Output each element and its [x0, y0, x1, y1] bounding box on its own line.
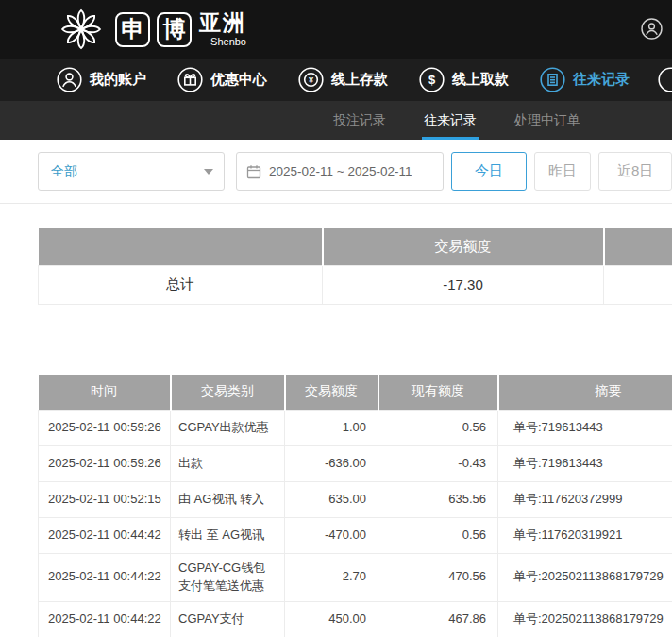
cell-time: 2025-02-11 00:59:26 — [39, 446, 171, 482]
calendar-icon — [246, 164, 261, 179]
nav-label: 线上取款 — [452, 71, 509, 89]
table-row: 2025-02-11 00:44:42 转出 至 AG视讯 -470.00 0.… — [39, 518, 672, 554]
cell-type: 转出 至 AG视讯 — [171, 518, 285, 554]
brand-char-shen: 申 — [115, 12, 150, 47]
cell-balance: 0.56 — [378, 411, 498, 446]
records-document-icon — [540, 67, 565, 92]
summary-total-cut — [604, 265, 672, 304]
nav-item-deposit[interactable]: ¥ 线上存款 — [298, 67, 388, 92]
today-button[interactable]: 今日 — [451, 152, 527, 191]
cell-time: 2025-02-11 00:44:22 — [39, 554, 171, 602]
cell-balance: 635.56 — [378, 482, 498, 518]
sub-navigation-tabs: 投注记录 往来记录 处理中订单 — [331, 101, 582, 140]
cell-memo: 单号:719613443 — [498, 411, 672, 446]
header-memo: 摘要 — [498, 375, 672, 411]
account-user-icon[interactable] — [641, 18, 663, 43]
flower-logo-icon — [57, 5, 106, 54]
brand-region: 亚洲 Shenbo — [199, 11, 246, 46]
nav-label: 我的账户 — [90, 71, 146, 89]
table-row: 2025-02-11 00:59:26 出款 -636.00 -0.43 单号:… — [39, 446, 672, 482]
svg-text:¥: ¥ — [309, 75, 313, 85]
cell-amount: -470.00 — [285, 518, 378, 554]
summary-header-amount: 交易额度 — [323, 228, 604, 265]
user-icon — [57, 67, 82, 92]
nav-item-withdraw[interactable]: $ 线上取款 — [419, 67, 509, 92]
transactions-table: 时间 交易类别 交易额度 现有额度 摘要 2025-02-11 00:59:26… — [38, 375, 672, 637]
cell-memo: 单号:202502113868179729 — [498, 601, 672, 637]
last-8-days-button[interactable]: 近8日 — [598, 152, 672, 191]
cell-type: CGPAY出款优惠 — [171, 411, 285, 446]
tab-transaction-records[interactable]: 往来记录 — [422, 101, 479, 140]
cell-memo: 单号:117620372999 — [498, 482, 672, 518]
top-bar: 申 博 亚洲 Shenbo — [0, 0, 672, 59]
nav-label: 往来记录 — [573, 71, 630, 89]
table-row: 2025-02-11 00:44:22 CGPAY支付 450.00 467.8… — [39, 601, 672, 637]
sub-navigation: 投注记录 往来记录 处理中订单 — [0, 101, 672, 140]
cell-amount: 450.00 — [285, 601, 378, 637]
section-divider — [0, 203, 672, 204]
table-row: 2025-02-11 00:52:15 由 AG视讯 转入 635.00 635… — [39, 482, 672, 518]
summary-header-row: 交易额度 — [39, 228, 672, 265]
summary-header-cut — [604, 228, 672, 265]
cell-type: CGPAY-CG钱包支付笔笔送优惠 — [171, 554, 285, 602]
table-header-row: 时间 交易类别 交易额度 现有额度 摘要 — [39, 375, 672, 411]
cell-time: 2025-02-11 00:44:42 — [39, 518, 171, 554]
summary-header-empty — [39, 228, 323, 265]
main-navigation: 我的账户 优惠中心 ¥ 线上存款 $ — [0, 59, 672, 101]
header-type: 交易类别 — [171, 375, 285, 411]
chevron-down-icon — [204, 169, 213, 175]
cell-balance: 0.56 — [378, 518, 498, 554]
header-time: 时间 — [39, 375, 171, 411]
brand-region-text: 亚洲 — [199, 11, 246, 35]
header-balance: 现有额度 — [378, 375, 498, 411]
nav-item-promotions[interactable]: 优惠中心 — [177, 67, 267, 92]
date-range-value: 2025-02-11 ~ 2025-02-11 — [269, 164, 412, 178]
cell-type: CGPAY支付 — [171, 601, 285, 637]
nav-item-transactions[interactable]: 往来记录 — [540, 67, 630, 92]
summary-total-label: 总计 — [39, 265, 323, 304]
cell-balance: -0.43 — [378, 446, 498, 482]
summary-table: 交易额度 总计 -17.30 — [38, 228, 672, 305]
summary-total-row: 总计 -17.30 — [39, 265, 672, 304]
cell-time: 2025-02-11 00:52:15 — [39, 482, 171, 518]
cell-amount: 1.00 — [285, 411, 378, 446]
header-amount: 交易额度 — [285, 375, 378, 411]
table-row: 2025-02-11 00:59:26 CGPAY出款优惠 1.00 0.56 … — [39, 411, 672, 446]
cell-memo: 单号:202502113868179729 — [498, 554, 672, 602]
nav-label: 优惠中心 — [210, 71, 267, 89]
nav-item-partial-icon[interactable] — [658, 67, 672, 96]
type-filter-select[interactable]: 全部 — [38, 152, 225, 191]
yesterday-button[interactable]: 昨日 — [534, 152, 591, 191]
cell-time: 2025-02-11 00:59:26 — [39, 411, 171, 446]
cell-amount: -636.00 — [285, 446, 378, 482]
nav-item-my-account[interactable]: 我的账户 — [57, 67, 146, 92]
brand-logo[interactable]: 申 博 亚洲 Shenbo — [57, 5, 246, 54]
cell-amount: 2.70 — [285, 554, 378, 602]
cell-balance: 470.56 — [378, 554, 498, 602]
summary-total-value: -17.30 — [323, 265, 604, 304]
cell-type: 由 AG视讯 转入 — [171, 482, 285, 518]
deposit-coin-icon: ¥ — [298, 67, 324, 92]
cell-time: 2025-02-11 00:44:22 — [39, 601, 171, 637]
svg-text:$: $ — [428, 73, 436, 87]
gift-icon — [177, 67, 203, 92]
filter-bar: 全部 2025-02-11 ~ 2025-02-11 今日 昨日 近8日 — [38, 152, 672, 191]
brand-char-bo: 博 — [157, 12, 192, 47]
brand-subtitle: Shenbo — [199, 36, 246, 47]
cell-type: 出款 — [171, 446, 285, 482]
table-row: 2025-02-11 00:44:22 CGPAY-CG钱包支付笔笔送优惠 2.… — [39, 554, 672, 602]
brand-characters: 申 博 — [115, 12, 192, 47]
cell-balance: 467.86 — [378, 601, 498, 637]
withdraw-money-icon: $ — [419, 67, 445, 92]
cell-memo: 单号:117620319921 — [498, 518, 672, 554]
cell-memo: 单号:719613443 — [498, 446, 672, 482]
tab-betting-records[interactable]: 投注记录 — [331, 101, 388, 140]
nav-label: 线上存款 — [331, 71, 388, 89]
tab-processing-orders[interactable]: 处理中订单 — [512, 101, 582, 140]
date-range-input[interactable]: 2025-02-11 ~ 2025-02-11 — [236, 152, 444, 191]
type-filter-value: 全部 — [51, 163, 77, 180]
cell-amount: 635.00 — [285, 482, 378, 518]
